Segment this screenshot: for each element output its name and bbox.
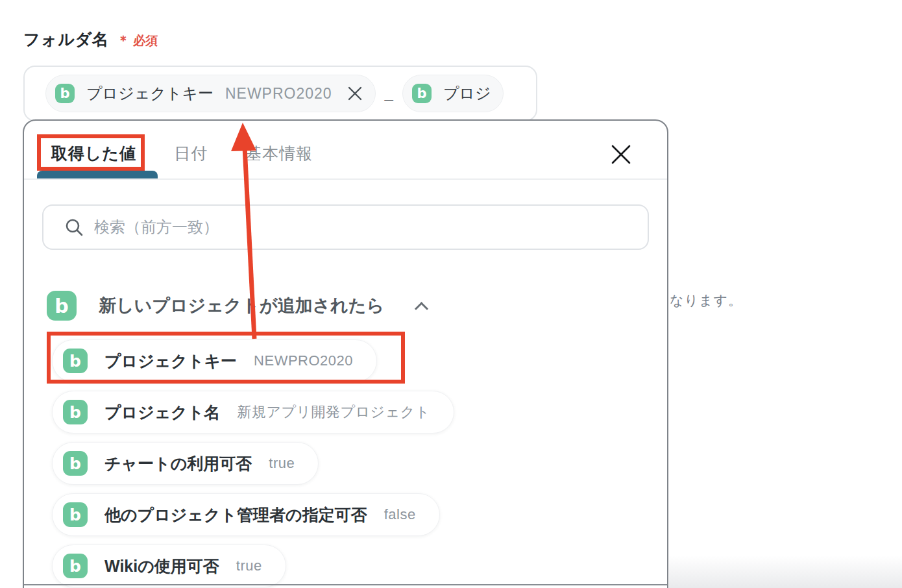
app-b-icon: b [63,349,88,373]
page: { "page": { "field_label": "フォルダ名", "req… [0,0,902,588]
tab-obtained-values[interactable]: 取得した値 [51,143,136,164]
tab-date[interactable]: 日付 [174,143,208,164]
item-value: false [384,506,416,523]
item-value: true [269,455,295,472]
close-icon[interactable] [607,140,635,169]
chip-label: プロジ [443,83,491,104]
search-input[interactable] [94,218,635,236]
field-label-row: フォルダ名 ＊ 必須 [23,29,158,50]
value-item-project-key[interactable]: b プロジェクトキー NEWPRO2020 [52,339,377,382]
chip-label: プロジェクトキー [86,83,213,104]
item-label: チャートの利用可否 [104,453,252,474]
value-item-other-admin[interactable]: b 他のプロジェクト管理者の指定可否 false [52,493,440,536]
active-tab-underline [37,171,158,178]
app-b-icon: b [412,84,432,103]
item-value: NEWPRO2020 [254,352,353,369]
item-label: プロジェクトキー [104,350,237,372]
app-b-icon: b [47,291,77,321]
field-label: フォルダ名 [23,29,109,50]
token-chip-project-clipped[interactable]: b プロジ [402,75,504,112]
item-label: プロジェクト名 [104,402,221,423]
item-label: 他のプロジェクト管理者の指定可否 [104,504,367,526]
token-chip-project-key[interactable]: b プロジェクトキー NEWPRO2020 [45,75,376,112]
item-value: 新規アプリ開発プロジェクト [238,402,430,422]
value-item-project-name[interactable]: b プロジェクト名 新規アプリ開発プロジェクト [52,391,454,434]
value-item-chart-enabled[interactable]: b チャートの利用可否 true [52,442,319,485]
tab-row: 取得した値 日付 基本情報 [51,143,313,164]
help-text-fragment: なります。 [670,291,742,310]
token-picker-popup: 取得した値 日付 基本情報 b 新しいプロジェクトが追加されたら b プロジェク… [23,119,668,588]
app-b-icon: b [63,554,88,578]
value-item-wiki-enabled[interactable]: b Wikiの使用可否 true [52,545,286,587]
required-asterisk: ＊ [117,32,130,49]
group-label: 新しいプロジェクトが追加されたら [99,294,384,317]
item-label: Wikiの使用可否 [104,556,219,577]
background-band [669,556,902,588]
text-separator: _ [385,84,393,103]
search-icon [64,217,84,237]
app-b-icon: b [63,451,88,476]
item-value: true [236,557,262,574]
app-b-icon: b [55,84,75,103]
required-badge: 必須 [133,32,158,49]
popup-footer-divider [24,584,667,585]
folder-name-input[interactable]: b プロジェクトキー NEWPRO2020 _ b プロジ [23,66,537,121]
chip-remove-icon[interactable] [347,85,363,102]
chevron-up-icon[interactable] [415,302,428,315]
trigger-group-header[interactable]: b 新しいプロジェクトが追加されたら [47,291,426,321]
tab-basic-info[interactable]: 基本情報 [245,143,313,164]
tabs-divider [24,178,667,180]
app-b-icon: b [63,502,88,527]
search-box[interactable] [42,204,649,250]
app-b-icon: b [63,400,88,424]
chip-value: NEWPRO2020 [225,85,332,103]
